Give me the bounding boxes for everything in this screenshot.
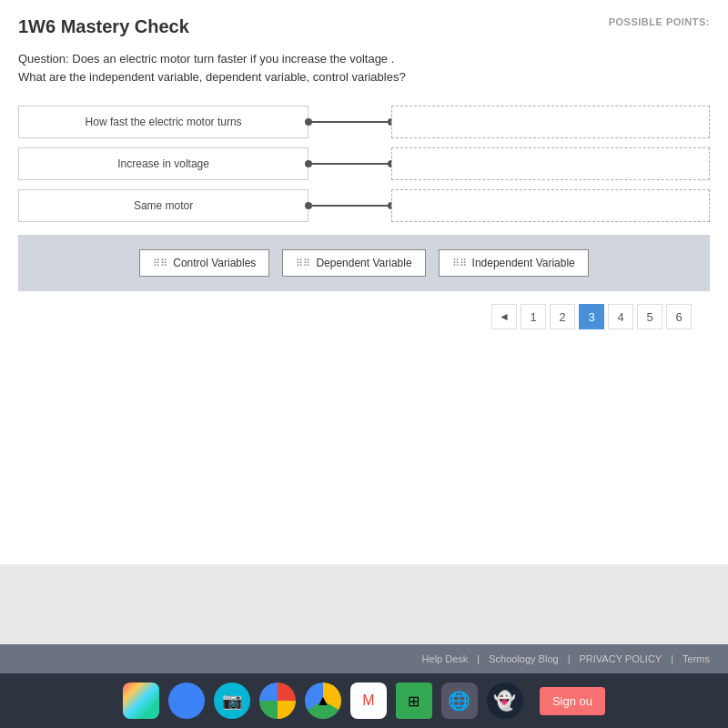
page-btn-1[interactable]: 1: [521, 304, 546, 329]
drag-handle-3: ⠿⠿: [452, 258, 467, 269]
taskbar-drive-icon[interactable]: ▲: [305, 682, 341, 719]
connector-row-3: [308, 189, 391, 222]
footer-sep-3: |: [671, 653, 673, 664]
footer-help[interactable]: Help Desk: [422, 653, 469, 664]
page-btn-3[interactable]: 3: [579, 304, 604, 329]
connector-line-1: [308, 121, 391, 123]
possible-points: POSSIBLE POINTS:: [609, 16, 710, 27]
taskbar-grid-icon[interactable]: [123, 682, 159, 719]
main-content: POSSIBLE POINTS: 1W6 Mastery Check Quest…: [0, 0, 728, 564]
drag-item-dependent-variable[interactable]: ⠿⠿ Dependent Variable: [282, 249, 425, 277]
drag-item-independent-variable[interactable]: ⠿⠿ Independent Variable: [439, 249, 589, 277]
taskbar-color-icon[interactable]: 🌐: [441, 682, 478, 719]
connector-line-3: [308, 205, 391, 207]
dot-left-1: [305, 118, 312, 126]
taskbar-blue-circle-icon[interactable]: [168, 682, 205, 719]
drag-item-control-variables[interactable]: ⠿⠿ Control Variables: [139, 249, 269, 277]
question-text: Question: Does an electric motor turn fa…: [18, 50, 710, 86]
taskbar-ghost-icon[interactable]: 👻: [487, 682, 523, 719]
spacer: [18, 342, 710, 415]
connector-line-2: [308, 163, 391, 165]
page-btn-4[interactable]: 4: [608, 304, 633, 329]
drag-handle-1: ⠿⠿: [153, 258, 167, 269]
dot-left-2: [305, 160, 312, 167]
connector-row-1: [308, 106, 391, 138]
left-item-1[interactable]: How fast the electric motor turns: [18, 106, 308, 138]
footer-blog[interactable]: Schoology Blog: [489, 653, 558, 664]
drag-handle-2: ⠿⠿: [296, 258, 310, 269]
right-drop-3[interactable]: [391, 189, 710, 222]
dot-left-3: [305, 202, 312, 209]
page-btn-6[interactable]: 6: [666, 304, 692, 329]
left-item-3[interactable]: Same motor: [18, 189, 308, 222]
taskbar-gmail-icon[interactable]: M: [350, 682, 387, 719]
drag-area: ⠿⠿ Control Variables ⠿⠿ Dependent Variab…: [18, 235, 710, 291]
connector-row-2: [308, 147, 391, 180]
footer-terms[interactable]: Terms: [682, 653, 710, 664]
right-drop-1[interactable]: [391, 106, 710, 138]
footer-sep-1: |: [477, 653, 480, 664]
taskbar-camera-icon[interactable]: 📷: [214, 682, 250, 719]
connector-area: [308, 106, 391, 222]
footer-privacy[interactable]: PRIVACY POLICY: [580, 653, 662, 664]
page-btn-5[interactable]: 5: [637, 304, 662, 329]
taskbar-chrome-icon[interactable]: [259, 682, 296, 719]
page-btn-2[interactable]: 2: [550, 304, 575, 329]
pagination-prev[interactable]: ◄: [491, 304, 517, 329]
left-item-2[interactable]: Increase in voltage: [18, 147, 308, 180]
pagination-row: ◄ 1 2 3 4 5 6: [18, 291, 710, 342]
taskbar: 📷 ▲ M ⊞ 🌐 👻 Sign ou: [0, 673, 728, 728]
footer-links: Help Desk | Schoology Blog | PRIVACY POL…: [0, 644, 728, 673]
taskbar-sheets-icon[interactable]: ⊞: [396, 682, 432, 719]
right-drop-2[interactable]: [391, 147, 710, 180]
footer-sep-2: |: [568, 653, 571, 664]
right-column: [391, 106, 710, 222]
left-column: How fast the electric motor turns Increa…: [18, 106, 308, 222]
page-title: 1W6 Mastery Check: [18, 16, 710, 37]
matching-container: How fast the electric motor turns Increa…: [18, 106, 710, 222]
sign-out-button[interactable]: Sign ou: [540, 687, 605, 715]
